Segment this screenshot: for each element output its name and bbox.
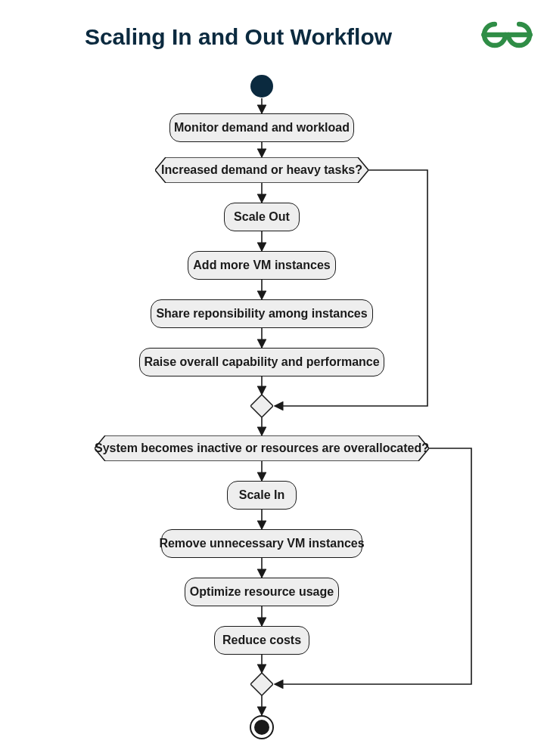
decision-increased-demand: Increased demand or heavy tasks? <box>155 157 368 183</box>
svg-marker-17 <box>250 395 273 417</box>
svg-marker-19 <box>250 673 273 696</box>
process-remove-vm: Remove unnecessary VM instances <box>161 529 362 558</box>
process-reduce-costs: Reduce costs <box>214 626 309 655</box>
end-node-icon <box>250 715 274 739</box>
node-label: Increased demand or heavy tasks? <box>161 163 362 177</box>
node-label: Scale In <box>239 488 284 502</box>
node-label: Remove unnecessary VM instances <box>159 537 364 550</box>
node-label: System becomes inactive or resources are… <box>95 442 429 455</box>
process-optimize-usage: Optimize resource usage <box>185 578 339 606</box>
process-scale-out: Scale Out <box>224 203 300 231</box>
process-share-responsibility: Share reponsibility among instances <box>151 299 373 328</box>
process-add-vm: Add more VM instances <box>188 251 336 280</box>
start-node-icon <box>250 74 274 98</box>
node-label: Reduce costs <box>222 634 301 647</box>
process-raise-capability: Raise overall capability and performance <box>139 348 384 376</box>
svg-point-15 <box>250 75 273 98</box>
diagram-canvas: Scaling In and Out Workflow <box>0 0 544 756</box>
node-label: Monitor demand and workload <box>174 121 350 135</box>
node-label: Optimize resource usage <box>190 585 334 599</box>
diagram-title: Scaling In and Out Workflow <box>0 24 477 50</box>
node-label: Raise overall capability and performance <box>144 355 379 369</box>
node-label: Add more VM instances <box>193 259 330 272</box>
node-label: Share reponsibility among instances <box>156 307 367 321</box>
process-scale-in: Scale In <box>227 481 297 510</box>
merge-node-icon <box>250 673 273 696</box>
process-monitor-demand: Monitor demand and workload <box>169 113 354 142</box>
merge-node-icon <box>250 395 273 417</box>
decision-system-inactive: System becomes inactive or resources are… <box>95 435 429 461</box>
svg-point-21 <box>254 720 269 735</box>
node-label: Scale Out <box>234 210 290 224</box>
geeksforgeeks-logo-icon <box>480 21 533 48</box>
